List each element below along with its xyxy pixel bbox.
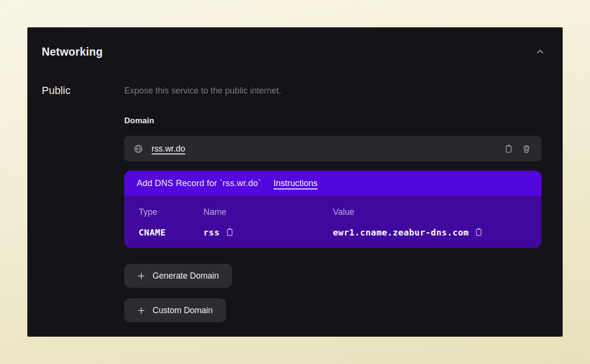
- generate-domain-label: Generate Domain: [153, 271, 219, 281]
- domain-row: rss.wr.do: [124, 136, 542, 162]
- plus-icon: [137, 271, 146, 281]
- public-section-description: Expose this service to the public intern…: [124, 84, 542, 97]
- panel-title: Networking: [42, 45, 103, 59]
- dns-record-header: Add DNS Record for `rss.wr.do` Instructi…: [124, 171, 542, 196]
- copy-dns-value-button[interactable]: [473, 227, 484, 237]
- dns-record-type: CNAME: [139, 227, 166, 237]
- dns-col-header-type: Type: [139, 207, 203, 217]
- dns-cell-type: CNAME: [139, 227, 203, 237]
- copy-domain-button[interactable]: [502, 142, 516, 156]
- collapse-button[interactable]: [534, 46, 546, 58]
- globe-icon: [133, 144, 143, 154]
- networking-panel: Networking Public Expose this service to…: [27, 27, 563, 337]
- generate-domain-button[interactable]: Generate Domain: [124, 264, 232, 288]
- custom-domain-label: Custom Domain: [153, 305, 212, 316]
- public-section-label: Public: [42, 84, 124, 97]
- domain-label: Domain: [124, 116, 542, 126]
- section-label-column: Public: [42, 84, 124, 322]
- delete-domain-button[interactable]: [519, 142, 533, 156]
- chevron-up-icon: [535, 47, 545, 57]
- domain-link[interactable]: rss.wr.do: [152, 144, 185, 154]
- instructions-link[interactable]: Instructions: [273, 178, 318, 188]
- dns-record-table: Type Name Value CNAME rss: [139, 207, 529, 237]
- dns-cell-name: rss: [203, 227, 333, 237]
- domain-row-actions: [502, 142, 533, 156]
- dns-col-header-name: Name: [203, 207, 333, 217]
- dns-record-value: ewr1.cname.zeabur-dns.com: [333, 227, 469, 237]
- dns-record-box: Add DNS Record for `rss.wr.do` Instructi…: [124, 171, 542, 248]
- dns-cell-value: ewr1.cname.zeabur-dns.com: [333, 227, 529, 237]
- panel-header: Networking: [27, 27, 563, 59]
- clipboard-icon: [474, 228, 483, 236]
- dns-col-header-value: Value: [333, 207, 529, 217]
- custom-domain-button[interactable]: Custom Domain: [124, 298, 226, 322]
- dns-record-body: Type Name Value CNAME rss: [124, 196, 542, 248]
- dns-record-name: rss: [203, 227, 220, 237]
- dns-record-title: Add DNS Record for `rss.wr.do`: [137, 178, 261, 188]
- clipboard-icon: [504, 144, 513, 153]
- clipboard-icon: [225, 228, 234, 236]
- public-section: Public Expose this service to the public…: [27, 84, 563, 322]
- trash-icon: [522, 144, 531, 153]
- copy-dns-name-button[interactable]: [224, 227, 235, 237]
- plus-icon: [137, 306, 146, 315]
- section-content-column: Expose this service to the public intern…: [124, 84, 542, 322]
